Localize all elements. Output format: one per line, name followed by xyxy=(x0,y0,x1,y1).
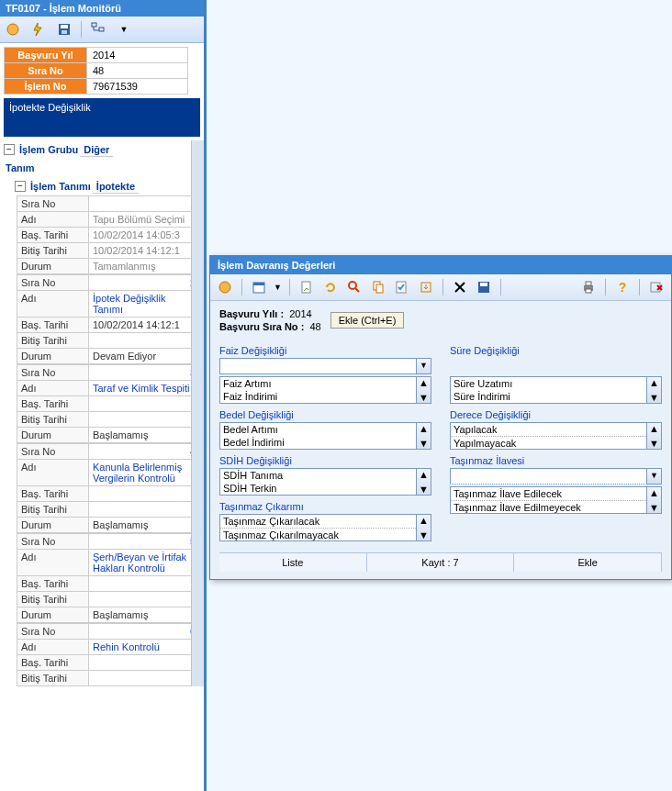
bas-tarihi-label: Baş. Tarihi xyxy=(17,655,89,671)
ilave-input[interactable] xyxy=(450,468,647,485)
adi-value[interactable]: Şerh/Beyan ve İrtifak Hakları Kontrolü xyxy=(89,550,200,576)
bas-tarihi-value xyxy=(89,576,200,592)
tree-toggle-tanimi[interactable]: − xyxy=(15,181,26,192)
bedel-listbox[interactable]: Bedel ArtımıBedel İndirimi ▲▼ xyxy=(219,422,431,450)
save-icon[interactable] xyxy=(55,20,73,39)
tree-toggle-grubu[interactable]: − xyxy=(4,144,15,155)
sira-no-value: 6 xyxy=(89,624,200,640)
dropdown-icon[interactable]: ▼ xyxy=(115,20,133,39)
ilave-combo[interactable]: ▼ xyxy=(450,468,662,485)
svg-point-6 xyxy=(219,282,230,293)
list-scrollbar[interactable]: ▲▼ xyxy=(416,377,431,403)
list-item[interactable]: Taşınmaz İlave Edilmeyecek xyxy=(451,501,646,513)
find-icon[interactable] xyxy=(345,278,364,296)
derece-listbox[interactable]: YapılacakYapılmayacak ▲▼ xyxy=(450,422,662,450)
status-kayit: Kayıt : 7 xyxy=(367,553,515,572)
sure-listbox[interactable]: Süre UzatımıSüre İndirimi ▲▼ xyxy=(450,376,662,404)
close-icon[interactable] xyxy=(647,278,666,296)
toolbar-separator xyxy=(605,279,606,295)
list-scrollbar[interactable]: ▲▼ xyxy=(646,487,661,513)
ekle-button[interactable]: Ekle (Ctrl+E) xyxy=(330,312,405,329)
new-doc-icon[interactable] xyxy=(297,278,316,296)
adi-value[interactable]: İpotek Değişiklik Tanımı xyxy=(89,291,200,318)
adi-value[interactable]: Taraf ve Kimlik Tespiti xyxy=(89,381,200,396)
islem-tanimi-value: İpotekte xyxy=(93,180,139,194)
list-item[interactable]: Taşınmaz Çıkarılmayacak xyxy=(220,529,416,540)
faiz-input[interactable] xyxy=(219,358,417,374)
islem-no-label: İşlem No xyxy=(5,79,87,95)
help-icon[interactable]: ? xyxy=(613,278,632,296)
toolbar-separator xyxy=(81,21,82,38)
durum-value: Başlamamış xyxy=(89,518,200,533)
export-icon[interactable] xyxy=(417,278,435,296)
save-icon[interactable] xyxy=(475,278,493,296)
islem-no-value: 79671539 xyxy=(87,79,188,95)
dialog-title: İşlem Davranış Değerleri xyxy=(210,256,671,274)
adi-label: Adı xyxy=(17,640,89,655)
adi-value[interactable]: Tapu Bölümü Seçimi xyxy=(89,212,200,228)
svg-rect-5 xyxy=(99,28,104,31)
refresh-icon[interactable] xyxy=(321,278,340,296)
bas-tarihi-value xyxy=(89,396,200,412)
list-scrollbar[interactable]: ▲▼ xyxy=(646,377,661,403)
dropdown-arrow-icon[interactable]: ▼ xyxy=(274,283,282,292)
print-icon[interactable] xyxy=(579,278,598,296)
list-item[interactable]: Bedel Artımı xyxy=(220,423,416,436)
dialog-body: Başvuru Yılı : 2014 Başvuru Sıra No : 48… xyxy=(210,301,671,579)
basvuru-yil-value: 2014 xyxy=(87,48,188,63)
list-item[interactable]: Yapılmayacak xyxy=(451,437,646,449)
list-item[interactable]: Yapılacak xyxy=(451,423,646,437)
status-ekle[interactable]: Ekle xyxy=(514,553,662,572)
dialog-left-col: Faiz Değişikliği ▼ Faiz ArtımıFaiz İndir… xyxy=(219,341,431,541)
bas-tarihi-value xyxy=(89,655,200,671)
basvuru-yili-value: 2014 xyxy=(289,308,311,319)
adi-value[interactable]: Kanunla Belirlenmiş Vergilerin Kontrolü xyxy=(89,460,200,486)
list-scrollbar[interactable]: ▲▼ xyxy=(416,469,431,495)
copy-icon[interactable] xyxy=(369,278,387,296)
list-item[interactable]: SDİH Tanıma xyxy=(220,469,416,482)
list-scrollbar[interactable]: ▲▼ xyxy=(416,515,431,540)
faiz-listbox[interactable]: Faiz ArtımıFaiz İndirimi ▲▼ xyxy=(219,376,431,404)
svg-rect-13 xyxy=(376,284,383,293)
adi-label: Adı xyxy=(17,550,89,576)
durum-value: Başlamamış xyxy=(89,428,200,443)
list-item[interactable]: SDİH Terkin xyxy=(220,482,416,495)
cikarim-label: Taşınmaz Çıkarımı xyxy=(219,501,431,512)
list-item[interactable]: Süre İndirimi xyxy=(451,390,646,403)
ilave-listbox[interactable]: Taşınmaz İlave EdilecekTaşınmaz İlave Ed… xyxy=(450,486,662,514)
toolbar-separator xyxy=(442,279,443,295)
svg-rect-20 xyxy=(586,289,591,293)
bas-tarihi-label: Baş. Tarihi xyxy=(17,228,89,243)
list-scrollbar[interactable]: ▲▼ xyxy=(416,423,431,449)
list-item[interactable]: Süre Uzatımı xyxy=(451,377,646,390)
sdih-listbox[interactable]: SDİH TanımaSDİH Terkin ▲▼ xyxy=(219,468,431,496)
sub-title: İpotekte Değişiklik xyxy=(4,98,200,137)
lightning-icon[interactable] xyxy=(29,20,48,39)
list-item[interactable]: Faiz İndirimi xyxy=(220,390,416,403)
bas-tarihi-label: Baş. Tarihi xyxy=(17,576,89,592)
table-row: Sıra No3AdıTaraf ve Kimlik TespitiBaş. T… xyxy=(17,364,200,443)
list-item[interactable]: Bedel İndirimi xyxy=(220,436,416,449)
toolbar-separator xyxy=(289,279,290,295)
status-liste[interactable]: Liste xyxy=(219,553,367,572)
durum-value: Devam Ediyor xyxy=(89,349,200,364)
chevron-down-icon[interactable]: ▼ xyxy=(417,358,431,374)
tree-icon[interactable] xyxy=(89,20,107,39)
dialog-right-col: Süre Değişikliği Süre UzatımıSüre İndiri… xyxy=(450,341,662,541)
list-scrollbar[interactable]: ▲▼ xyxy=(646,423,661,449)
bitis-tarihi-label: Bitiş Tarihi xyxy=(17,502,89,518)
basvuru-yili-label: Başvuru Yılı : xyxy=(219,308,284,319)
table-row: Sıra No1AdıTapu Bölümü SeçimiBaş. Tarihi… xyxy=(17,195,200,274)
adi-value[interactable]: Rehin Kontrolü xyxy=(89,640,200,655)
chevron-down-icon[interactable]: ▼ xyxy=(647,468,662,485)
calendar-icon[interactable] xyxy=(250,278,268,296)
list-item[interactable]: Taşınmaz Çıkarılacak xyxy=(220,515,416,529)
sira-no-label: Sıra No xyxy=(17,624,89,640)
delete-icon[interactable] xyxy=(451,278,469,296)
list-item[interactable]: Faiz Artımı xyxy=(220,377,416,390)
tree-scrollbar[interactable] xyxy=(191,140,204,686)
cikarim-listbox[interactable]: Taşınmaz ÇıkarılacakTaşınmaz Çıkarılmaya… xyxy=(219,514,431,541)
list-item[interactable]: Taşınmaz İlave Edilecek xyxy=(451,487,646,501)
check-icon[interactable] xyxy=(393,278,411,296)
faiz-combo[interactable]: ▼ xyxy=(219,358,431,374)
